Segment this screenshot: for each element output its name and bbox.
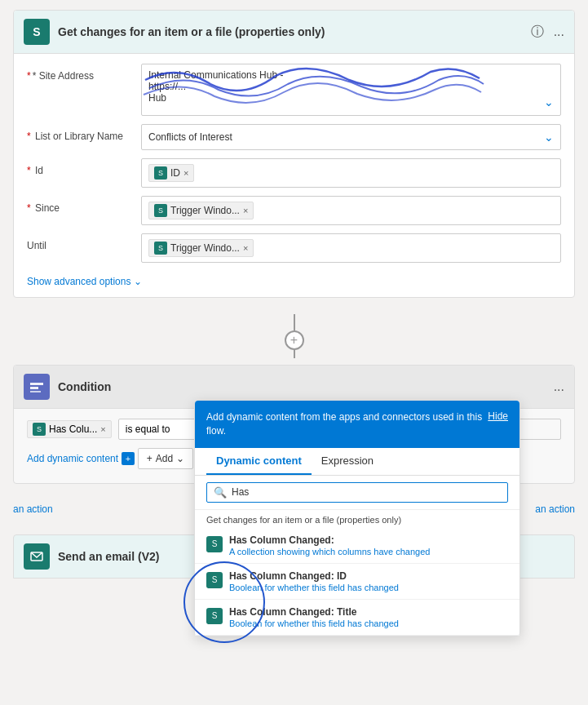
help-icon[interactable]: ⓘ xyxy=(531,24,544,41)
get-changes-icon: S xyxy=(24,19,50,45)
connector-line-top xyxy=(294,314,295,330)
add-btn-label: Add xyxy=(156,453,173,464)
add-step-button[interactable]: + xyxy=(285,330,304,350)
id-tag-close[interactable]: × xyxy=(183,168,188,178)
condition-icon xyxy=(24,374,50,400)
popup-search-area: 🔍 xyxy=(195,476,519,510)
item-desc-2: Boolean for whether this field has chang… xyxy=(229,583,508,592)
add-button[interactable]: + Add ⌄ xyxy=(138,448,193,469)
header-actions: ⓘ ... xyxy=(531,24,564,41)
svg-rect-2 xyxy=(30,391,41,392)
site-address-label: ** Site Address xyxy=(27,64,141,82)
tab-expression[interactable]: Expression xyxy=(312,448,383,475)
item-desc-3: Boolean for whether this field has chang… xyxy=(229,619,508,628)
site-address-dropdown-arrow[interactable]: ⌄ xyxy=(544,95,554,109)
id-field[interactable]: S ID × xyxy=(141,158,561,188)
site-address-value-line2: https://... xyxy=(148,81,554,92)
until-tag-close[interactable]: × xyxy=(243,243,248,253)
list-item[interactable]: S Has Column Changed: A collection showi… xyxy=(195,528,519,564)
show-advanced-link[interactable]: Show advanced options ⌄ xyxy=(27,276,142,287)
popup-header-text: Add dynamic content from the apps and co… xyxy=(206,410,488,438)
item-desc-1: A collection showing which columns have … xyxy=(229,547,508,556)
get-changes-body: ** Site Address Internal Communications … xyxy=(14,54,574,297)
send-email-icon xyxy=(24,543,50,570)
until-label: Until xyxy=(27,233,141,251)
condition-tag-label: Has Colu... xyxy=(49,423,97,435)
search-input[interactable] xyxy=(232,486,501,498)
item-title-3: Has Column Changed: Title xyxy=(229,606,508,618)
item-icon-1: S xyxy=(206,536,223,552)
id-tag-icon: S xyxy=(154,166,167,180)
until-tag: S Trigger Windo... × xyxy=(148,239,254,257)
list-item[interactable]: S Has Column Changed: Title Boolean for … xyxy=(195,600,519,636)
since-tag-icon: S xyxy=(154,204,167,217)
list-name-value: Conflicts of Interest xyxy=(148,131,232,143)
until-tag-icon: S xyxy=(154,242,167,255)
site-address-value-line1: Internal Communications Hub - xyxy=(148,69,554,81)
item-text-2: Has Column Changed: ID Boolean for wheth… xyxy=(229,570,508,592)
condition-title: Condition xyxy=(58,380,554,393)
site-address-row: ** Site Address Internal Communications … xyxy=(27,64,561,116)
until-row: Until S Trigger Windo... × xyxy=(27,233,561,263)
svg-rect-1 xyxy=(30,387,38,389)
since-tag-label: Trigger Windo... xyxy=(170,205,240,216)
condition-tag-close[interactable]: × xyxy=(100,424,105,434)
connector-line-bottom xyxy=(294,350,295,358)
add-dropdown-arrow: ⌄ xyxy=(176,453,184,464)
site-address-value-line3: Hub xyxy=(148,92,554,104)
popup-items-list: S Has Column Changed: A collection showi… xyxy=(195,528,519,636)
condition-more-icon[interactable]: ... xyxy=(554,379,564,394)
add-action-left[interactable]: an action xyxy=(13,500,53,518)
list-name-label: * List or Library Name xyxy=(27,124,141,142)
item-icon-3: S xyxy=(206,608,223,624)
more-options-icon[interactable]: ... xyxy=(554,24,564,39)
get-changes-header: S Get changes for an item or a file (pro… xyxy=(14,11,574,54)
tab-dynamic-content[interactable]: Dynamic content xyxy=(206,448,312,475)
id-label: * Id xyxy=(27,158,141,176)
since-tag: S Trigger Windo... × xyxy=(148,202,254,219)
since-label: * Since xyxy=(27,196,141,214)
show-advanced-label: Show advanced options xyxy=(27,276,130,287)
add-dynamic-label: Add dynamic content xyxy=(27,453,118,464)
popup-header: Add dynamic content from the apps and co… xyxy=(195,401,519,448)
since-row: * Since S Trigger Windo... × xyxy=(27,196,561,225)
get-changes-title: Get changes for an item or a file (prope… xyxy=(58,25,531,38)
get-changes-card: S Get changes for an item or a file (pro… xyxy=(13,10,575,298)
add-plus-icon: + xyxy=(147,453,153,464)
popup-tabs: Dynamic content Expression xyxy=(195,448,519,476)
list-name-row: * List or Library Name Conflicts of Inte… xyxy=(27,124,561,150)
condition-tag-icon: S xyxy=(33,423,46,436)
since-tag-close[interactable]: × xyxy=(243,206,248,215)
search-icon: 🔍 xyxy=(214,486,227,499)
item-icon-2: S xyxy=(206,572,223,588)
operator-value: is equal to xyxy=(126,423,170,435)
id-tag-label: ID xyxy=(170,167,180,179)
dynamic-content-popup: Add dynamic content from the apps and co… xyxy=(194,400,520,636)
list-item[interactable]: S Has Column Changed: ID Boolean for whe… xyxy=(195,564,519,600)
id-tag: S ID × xyxy=(148,164,194,182)
show-advanced-chevron: ⌄ xyxy=(134,276,142,287)
popup-section-title: Get changes for an item or a file (prope… xyxy=(195,510,519,528)
site-address-field[interactable]: Internal Communications Hub - https://..… xyxy=(141,64,561,116)
item-title-1: Has Column Changed: xyxy=(229,534,508,546)
add-dynamic-link[interactable]: Add dynamic content + xyxy=(27,452,135,465)
connector-1: + xyxy=(0,308,588,365)
since-field[interactable]: S Trigger Windo... × xyxy=(141,196,561,225)
until-field[interactable]: S Trigger Windo... × xyxy=(141,233,561,263)
item-text-1: Has Column Changed: A collection showing… xyxy=(229,534,508,556)
svg-rect-0 xyxy=(30,383,43,385)
search-box[interactable]: 🔍 xyxy=(206,482,508,503)
condition-tag: S Has Colu... × xyxy=(27,420,112,438)
add-action-right[interactable]: an action xyxy=(535,500,575,518)
item-title-2: Has Column Changed: ID xyxy=(229,570,508,582)
item-text-3: Has Column Changed: Title Boolean for wh… xyxy=(229,606,508,628)
popup-hide-button[interactable]: Hide xyxy=(488,410,508,422)
until-tag-label: Trigger Windo... xyxy=(170,242,240,254)
list-dropdown-arrow: ⌄ xyxy=(544,131,554,144)
id-row: * Id S ID × xyxy=(27,158,561,188)
list-name-field[interactable]: Conflicts of Interest ⌄ xyxy=(141,124,561,150)
add-dynamic-icon: + xyxy=(122,452,135,465)
